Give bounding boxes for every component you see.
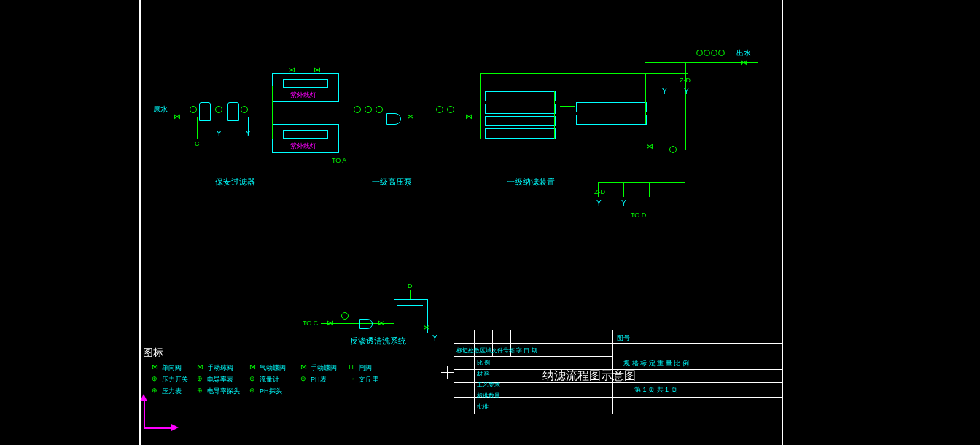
to-a-line <box>338 141 338 155</box>
gauge-1 <box>190 106 197 113</box>
frame-left <box>139 0 141 445</box>
tb-bot <box>454 414 782 414</box>
toa-label: TO A <box>332 157 346 164</box>
uv1-label: 紫外线灯 <box>290 90 316 100</box>
tb-row-4: 批准 <box>477 403 489 411</box>
uv2-label: 紫外线灯 <box>290 142 316 151</box>
nf-interstage <box>560 106 575 107</box>
valve-post-pump: ⋈ <box>407 112 414 120</box>
pump-icon <box>386 113 401 125</box>
ucs-y-arrow <box>140 394 147 401</box>
gauge-nf1 <box>436 106 443 113</box>
legend-sym-3: ⋈ <box>300 363 307 371</box>
tb-vs1 <box>474 330 475 414</box>
wash-g <box>341 312 349 320</box>
ucs-y <box>144 400 145 429</box>
tb-row-3: 标准数量 <box>477 392 500 400</box>
legend-txt-12: PH探头 <box>260 387 282 396</box>
d-line <box>410 290 411 299</box>
tb-row-0: 比 例 <box>477 359 490 367</box>
tb-title: 纳滤流程图示意图 <box>542 368 636 384</box>
tb-h5 <box>454 397 782 398</box>
tb-row-2: 工艺要求 <box>477 381 500 389</box>
inlet-label: 原水 <box>153 104 168 115</box>
tb-col0: 标记处数区域文件号签 字 日 期 <box>456 347 537 355</box>
recirc <box>339 139 481 139</box>
valve-1: ⋈ <box>174 112 181 120</box>
perm-line <box>685 62 686 150</box>
uv-right <box>338 86 338 141</box>
legend-txt-9: 文丘里 <box>359 375 378 384</box>
legend-txt-11: 电导率探头 <box>207 387 240 396</box>
legend-sym-0: ⋈ <box>152 363 158 371</box>
gauge-p3 <box>376 106 383 113</box>
tb-h2 <box>454 356 612 357</box>
gauge-nf2 <box>447 106 454 113</box>
gauge-p2 <box>365 106 372 113</box>
y-2: Y <box>246 130 251 138</box>
zd2: Z-D <box>594 188 605 196</box>
uv-tube-2 <box>283 130 328 139</box>
legend-sym-1: ⋈ <box>197 363 203 371</box>
tb-row-1: 材 料 <box>477 370 490 378</box>
uv-left <box>272 86 273 139</box>
nf-vessel-1 <box>485 91 556 101</box>
tank-level <box>397 305 423 306</box>
wash-y: Y <box>432 334 438 342</box>
valve-uv1t: ⋈ <box>288 66 295 74</box>
ucs-x-arrow <box>171 424 179 431</box>
stage-filter: 保安过滤器 <box>215 177 255 187</box>
legend-txt-8: PH表 <box>311 375 327 384</box>
wash-pump <box>359 319 373 329</box>
legend-txt-7: 流量计 <box>260 375 279 384</box>
nf1-out <box>554 91 555 139</box>
legend-sym-6: ⊕ <box>197 375 203 382</box>
tb-col3: 第 1 页 共 1 页 <box>634 385 677 395</box>
wash-v3: ⋈ <box>423 323 430 331</box>
valve-nf-in: ⋈ <box>465 112 472 120</box>
tb-h1 <box>454 343 782 344</box>
stage-nf: 一级纳滤装置 <box>507 177 555 187</box>
legend-txt-6: 电导率表 <box>207 375 233 384</box>
legend-txt-2: 气动蝶阀 <box>260 363 286 373</box>
wash-label: 反渗透清洗系统 <box>350 336 406 347</box>
ucs-x <box>144 427 173 429</box>
gauge-p1 <box>354 106 361 113</box>
conc-valve: ⋈ <box>646 142 653 150</box>
filter-2 <box>228 102 239 121</box>
legend-txt-0: 单向阀 <box>162 363 182 373</box>
legend-sym-5: ⊕ <box>152 375 158 382</box>
conc-d2 <box>623 182 624 197</box>
tb-top <box>454 330 782 330</box>
legend-txt-4: 闸阀 <box>359 363 372 373</box>
out-g3 <box>711 50 718 56</box>
nf-vessel-5 <box>576 102 647 112</box>
out-g1 <box>696 50 703 56</box>
legend-sym-2: ⋈ <box>249 363 256 371</box>
wash-v: ⋈ <box>327 319 334 327</box>
conc-ret <box>598 182 685 183</box>
wash-v2: ⋈ <box>378 319 385 327</box>
nf2-perm <box>645 73 646 117</box>
legend-sym-4: ⊓ <box>349 363 354 371</box>
zd1: Z-D <box>680 77 691 84</box>
nf1-top <box>480 73 560 74</box>
outlet-valve: ⋈→ <box>740 58 755 66</box>
y-1: Y <box>217 130 222 138</box>
legend-sym-12: ⊕ <box>249 387 255 394</box>
stage-pump: 一级高压泵 <box>372 177 412 187</box>
y6: Y <box>621 199 626 207</box>
legend-sym-7: ⊕ <box>249 375 255 382</box>
out-g2 <box>704 50 710 56</box>
filter-1 <box>199 102 211 121</box>
y3: Y <box>662 88 667 96</box>
pipe-inlet <box>152 117 272 117</box>
y4: Y <box>684 88 689 96</box>
nf-vessel-2 <box>485 104 556 114</box>
outlet-label: 出水 <box>736 48 751 58</box>
legend-txt-1: 手动球阀 <box>207 363 233 373</box>
legend-sym-11: ⊕ <box>197 387 203 394</box>
gauge-2 <box>215 106 222 113</box>
conc-d3 <box>649 182 650 197</box>
conc-line <box>664 62 664 193</box>
